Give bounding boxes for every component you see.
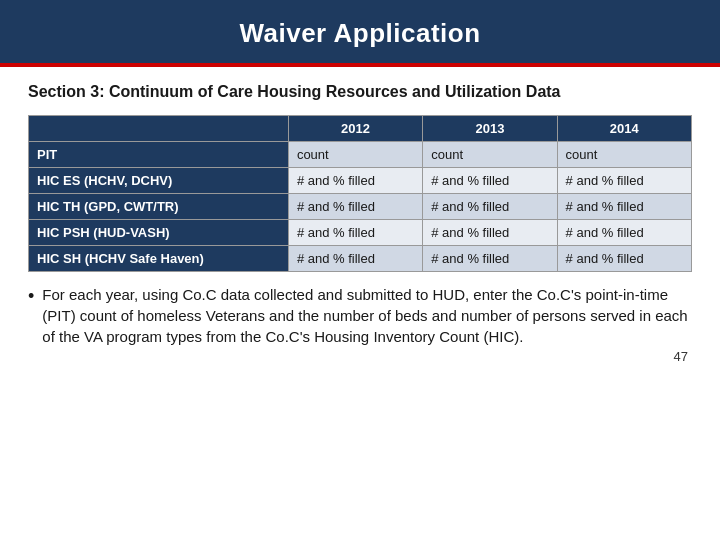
table-header-row: 2012 2013 2014 — [29, 115, 692, 141]
cell-2013: # and % filled — [423, 167, 557, 193]
cell-2013: # and % filled — [423, 193, 557, 219]
cell-2013: count — [423, 141, 557, 167]
row-label: PIT — [29, 141, 289, 167]
col-header-2012: 2012 — [288, 115, 422, 141]
cell-2013: # and % filled — [423, 219, 557, 245]
cell-2012: # and % filled — [288, 245, 422, 271]
cell-2014: # and % filled — [557, 193, 691, 219]
table-row: HIC TH (GPD, CWT/TR)# and % filled# and … — [29, 193, 692, 219]
cell-2014: count — [557, 141, 691, 167]
table-row: HIC ES (HCHV, DCHV)# and % filled# and %… — [29, 167, 692, 193]
page-number: 47 — [28, 349, 692, 364]
cell-2012: # and % filled — [288, 193, 422, 219]
row-label: HIC ES (HCHV, DCHV) — [29, 167, 289, 193]
col-header-label — [29, 115, 289, 141]
cell-2014: # and % filled — [557, 219, 691, 245]
cell-2012: # and % filled — [288, 219, 422, 245]
row-label: HIC PSH (HUD-VASH) — [29, 219, 289, 245]
col-header-2014: 2014 — [557, 115, 691, 141]
col-header-2013: 2013 — [423, 115, 557, 141]
cell-2014: # and % filled — [557, 167, 691, 193]
bullet-dot: • — [28, 284, 34, 309]
cell-2013: # and % filled — [423, 245, 557, 271]
section-title: Section 3: Continuum of Care Housing Res… — [28, 81, 692, 103]
table-row: HIC SH (HCHV Safe Haven)# and % filled# … — [29, 245, 692, 271]
content-area: Section 3: Continuum of Care Housing Res… — [0, 67, 720, 540]
row-label: HIC SH (HCHV Safe Haven) — [29, 245, 289, 271]
cell-2012: count — [288, 141, 422, 167]
cell-2014: # and % filled — [557, 245, 691, 271]
slide: Waiver Application Section 3: Continuum … — [0, 0, 720, 540]
header-title: Waiver Application — [239, 18, 480, 48]
header: Waiver Application — [0, 0, 720, 63]
table-row: PITcountcountcount — [29, 141, 692, 167]
bullet-item: • For each year, using Co.C data collect… — [28, 284, 692, 347]
bullet-section: • For each year, using Co.C data collect… — [28, 284, 692, 364]
row-label: HIC TH (GPD, CWT/TR) — [29, 193, 289, 219]
table-row: HIC PSH (HUD-VASH)# and % filled# and % … — [29, 219, 692, 245]
cell-2012: # and % filled — [288, 167, 422, 193]
data-table: 2012 2013 2014 PITcountcountcountHIC ES … — [28, 115, 692, 272]
bullet-text: For each year, using Co.C data collected… — [42, 284, 692, 347]
